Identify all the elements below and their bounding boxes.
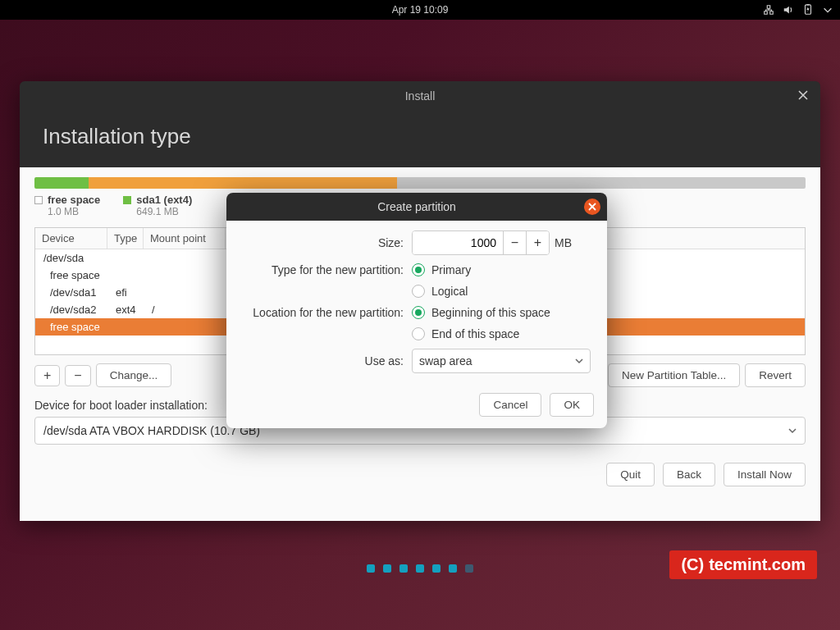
chevron-down-icon	[788, 424, 797, 437]
table-cell	[144, 267, 226, 284]
install-now-button[interactable]: Install Now	[724, 463, 806, 486]
close-icon[interactable]	[797, 89, 809, 101]
partition-location-label: Location for the new partition:	[240, 306, 412, 319]
partition-segment	[89, 177, 397, 189]
ok-button[interactable]: OK	[550, 393, 594, 417]
footer-buttons: Quit Back Install Now	[34, 463, 806, 486]
radio-beginning[interactable]: Beginning of this space	[412, 306, 550, 319]
clock: Apr 19 10:09	[392, 4, 449, 16]
table-cell	[107, 318, 144, 336]
watermark-text: tecmint.com	[709, 555, 806, 573]
table-cell: efi	[107, 284, 144, 301]
table-cell: ext4	[107, 301, 144, 318]
table-cell	[144, 318, 226, 336]
partition-segment	[42, 177, 88, 189]
size-increment-button[interactable]: +	[526, 231, 549, 254]
battery-icon[interactable]	[802, 4, 814, 16]
dialog-footer: Cancel OK	[226, 393, 607, 428]
size-unit: MB	[555, 236, 572, 249]
window-titlebar: Install	[20, 81, 820, 111]
col-device[interactable]: Device	[35, 228, 107, 249]
chevron-down-icon[interactable]	[822, 4, 833, 16]
size-spinbox: − +	[412, 231, 550, 255]
table-cell: /dev/sda1	[35, 284, 107, 301]
chevron-down-icon	[575, 354, 583, 368]
table-cell: free space	[35, 318, 107, 336]
legend-item: sda1 (ext4)649.1 MB	[123, 194, 192, 217]
add-partition-button[interactable]: +	[34, 365, 60, 386]
table-cell	[107, 249, 144, 267]
revert-button[interactable]: Revert	[745, 363, 806, 387]
partition-bar	[34, 177, 806, 189]
svg-rect-1	[807, 4, 810, 5]
partition-segment	[397, 177, 806, 189]
table-cell	[144, 284, 226, 301]
radio-primary[interactable]: Primary	[412, 263, 471, 276]
table-cell: /dev/sda	[35, 249, 107, 267]
dialog-titlebar: Create partition	[226, 193, 607, 221]
size-decrement-button[interactable]: −	[503, 231, 526, 254]
volume-icon[interactable]	[783, 4, 794, 16]
quit-button[interactable]: Quit	[606, 463, 655, 486]
table-cell	[144, 249, 226, 267]
size-label: Size:	[240, 236, 412, 249]
table-cell: /	[144, 301, 226, 318]
radio-logical-label: Logical	[431, 285, 468, 298]
pager-dots	[367, 564, 473, 573]
table-cell: free space	[35, 267, 107, 284]
topbar: Apr 19 10:09	[0, 0, 840, 20]
radio-primary-label: Primary	[431, 263, 471, 276]
radio-end-label: End of this space	[431, 327, 519, 340]
back-button[interactable]: Back	[663, 463, 715, 486]
create-partition-dialog: Create partition Size: − + MB Type for t…	[226, 193, 607, 428]
dialog-body: Size: − + MB Type for the new partition:…	[226, 221, 607, 393]
system-tray	[763, 4, 833, 16]
partition-segment	[34, 177, 42, 189]
radio-logical[interactable]: Logical	[412, 285, 468, 298]
network-icon[interactable]	[763, 4, 774, 16]
dialog-close-button[interactable]	[584, 199, 600, 215]
col-mount[interactable]: Mount point	[144, 228, 226, 249]
legend-item: free space1.0 MB	[34, 194, 100, 217]
page-title: Installation type	[20, 111, 820, 167]
table-cell: /dev/sda2	[35, 301, 107, 318]
watermark: (C)tecmint.com	[669, 550, 817, 579]
use-as-select[interactable]: swap area	[412, 349, 591, 373]
remove-partition-button[interactable]: −	[65, 365, 90, 386]
partition-type-label: Type for the new partition:	[240, 263, 412, 276]
use-as-value: swap area	[419, 354, 472, 368]
use-as-label: Use as:	[240, 354, 412, 368]
cancel-button[interactable]: Cancel	[479, 393, 541, 417]
watermark-prefix: (C)	[681, 555, 704, 573]
new-partition-table-button[interactable]: New Partition Table...	[608, 363, 740, 387]
size-input[interactable]	[413, 231, 503, 254]
table-cell	[107, 267, 144, 284]
change-partition-button[interactable]: Change...	[96, 363, 172, 387]
window-title: Install	[405, 89, 436, 103]
col-type[interactable]: Type	[107, 228, 144, 249]
dialog-title: Create partition	[377, 200, 456, 213]
radio-end[interactable]: End of this space	[412, 327, 519, 340]
radio-beginning-label: Beginning of this space	[431, 306, 550, 319]
